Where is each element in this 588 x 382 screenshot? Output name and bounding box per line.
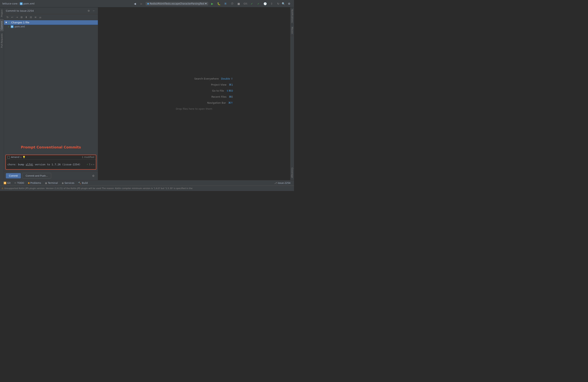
changes-header[interactable]: ▼ ✓ Changes 1 file [4, 20, 98, 25]
commit-text-input[interactable]: chore: bump slf4j version to 1.7.26 (iss… [6, 159, 96, 169]
status-tab-problems[interactable]: Problems [26, 180, 43, 186]
titlebar-left: lettuce-core / m pom.xml [2, 2, 132, 5]
file-name-label: pom.xml [15, 25, 25, 28]
commit-button[interactable]: Commit [6, 173, 21, 178]
git-status-icon: 🔀 [3, 182, 6, 184]
git-clock[interactable]: 🕐 [262, 1, 268, 6]
run-config-chevron: ▼ [205, 2, 207, 5]
status-tab-services[interactable]: ◉ Services [60, 180, 76, 186]
goto-file-label: Go to File [155, 89, 224, 92]
commit-settings-icon[interactable]: ⚙ [91, 173, 96, 178]
git-refresh[interactable]: ↻ [276, 1, 281, 6]
build-icon: 🔨 [78, 182, 81, 184]
changes-section: ▼ ✓ Changes 1 file ✓ m pom.xml [4, 20, 98, 141]
settings-gear-icon[interactable]: ⚙ [86, 9, 91, 13]
filter-icon[interactable]: ⚌ [38, 15, 42, 19]
status-tab-terminal[interactable]: ▣ Terminal [43, 180, 60, 186]
settings-button[interactable]: ⚙ [287, 1, 292, 6]
changes-chevron: ▼ [5, 21, 7, 23]
commit-panel-icons: ⚙ − [86, 9, 96, 13]
arrow-icon[interactable]: → [15, 15, 19, 19]
commit-counter: ✓ 1 ∧ ∨ [87, 163, 94, 166]
file-name: pom.xml [23, 2, 34, 5]
stop-button[interactable]: ■ [236, 1, 241, 6]
branch-label: issue-2254 [278, 182, 291, 184]
amend-info-icon: ℹ [21, 156, 21, 159]
run-button[interactable]: ▶ [210, 1, 215, 6]
file-check-icon: ✓ [8, 25, 10, 28]
file-list-item[interactable]: ✓ m pom.xml [4, 25, 98, 29]
download-icon[interactable]: ⬇ [24, 15, 28, 19]
chevron-down-icon[interactable]: ∨ [93, 163, 94, 166]
breadcrumb: lettuce-core / m pom.xml [2, 2, 34, 5]
status-tab-todo[interactable]: ✏ TODO [12, 180, 26, 186]
drop-files-row: Drop files here to open them [155, 107, 233, 110]
status-tab-build[interactable]: 🔨 Build [76, 180, 90, 186]
todo-label: TODO [17, 182, 24, 184]
amend-bar: Amend ℹ 💡 1 modified [6, 155, 96, 159]
problems-dot [28, 182, 30, 184]
stage-icon[interactable]: ⊞ [20, 15, 24, 19]
problems-label: Problems [30, 182, 41, 184]
commit-text-content: chore: bump slf4j version to 1.7.26 (iss… [7, 163, 87, 166]
search-button[interactable]: 🔍 [281, 1, 286, 6]
git-check1[interactable]: ✓ [249, 1, 254, 6]
search-everywhere-shortcut: Double ⇧ [221, 77, 233, 80]
git-status-label: Git [7, 182, 10, 184]
navbar-shortcut: ⌘↑ [228, 101, 233, 104]
notification-bar: ⚠ Unsupported Kotlin JPS plugin version:… [0, 186, 294, 191]
navbar-row: Navigation Bar ⌘↑ [155, 101, 233, 104]
sidebar-item-project[interactable]: Project [0, 7, 4, 19]
titlebar: lettuce-core / m pom.xml ◀ ▶ ● RedisURIU… [0, 0, 294, 7]
forward-button[interactable]: ▶ [139, 1, 144, 6]
git-label: Git: [244, 2, 248, 5]
counter-number: 1 [89, 163, 90, 166]
list-icon[interactable]: ≡ [33, 15, 38, 19]
profile-button[interactable]: ⏱ [230, 1, 235, 6]
branch-indicator[interactable]: ⎇ issue-2254 [272, 180, 293, 186]
drop-files-label: Drop files here to open them [155, 107, 233, 110]
back-button[interactable]: ◀ [132, 1, 137, 6]
debug-button[interactable]: 🐛 [216, 1, 221, 6]
git-arrow[interactable]: ⇧ [269, 1, 274, 6]
changes-label: Changes 1 file [11, 21, 29, 24]
chevron-up-icon[interactable]: ∧ [91, 163, 92, 166]
commit-panel: Commit to issue-2254 ⚙ − ↻ ↩ → ⊞ ⬇ ⊟ ≡ ⚌… [4, 7, 98, 180]
goto-file-row: Go to File ⇧⌘O [155, 89, 233, 92]
sidebar-item-notifications[interactable]: Notifications [290, 7, 294, 25]
search-everywhere-row: Search Everywhere Double ⇧ [155, 77, 233, 80]
navbar-label: Navigation Bar [155, 101, 226, 104]
commit-push-button[interactable]: Commit and Push... [22, 173, 51, 179]
refresh-icon[interactable]: ↻ [5, 15, 10, 19]
file-type-icon: m [11, 25, 13, 28]
project-name: lettuce-core [2, 2, 18, 5]
diff-icon[interactable]: ⊟ [29, 15, 33, 19]
git-check2[interactable]: ✓ [256, 1, 261, 6]
undo-icon[interactable]: ↩ [10, 15, 14, 19]
minimize-icon[interactable]: − [92, 9, 96, 13]
prompt-conventional-commits[interactable]: Prompt Conventional Commits [4, 141, 98, 153]
sidebar-item-coverage[interactable]: Coverage [290, 166, 294, 180]
changes-check-icon: ✓ [8, 21, 10, 24]
sidebar-item-maven[interactable]: Maven [290, 25, 294, 36]
right-vertical-tabs: Notifications Maven Coverage [290, 7, 294, 180]
amend-label: Amend [11, 156, 20, 159]
notification-icon: ⚠ [1, 187, 3, 190]
goto-file-shortcut: ⇧⌘O [226, 89, 233, 92]
sidebar-item-pullrequests[interactable]: Pull Requests [0, 31, 4, 50]
titlebar-center: ◀ ▶ ● RedisURIUnitTests.escapeCharacterP… [132, 1, 281, 6]
status-tab-git[interactable]: 🔀 Git [1, 180, 12, 186]
breadcrumb-file: m pom.xml [20, 2, 34, 5]
run-config-label: RedisURIUnitTests.escapeCharacterParsing… [150, 2, 204, 5]
modified-count: 1 modified [82, 156, 94, 159]
run-config[interactable]: ● RedisURIUnitTests.escapeCharacterParsi… [146, 2, 208, 5]
amend-bulb-icon: 💡 [22, 156, 25, 159]
sidebar-item-commit[interactable]: Commit [0, 19, 4, 31]
amend-checkbox[interactable] [7, 156, 10, 159]
coverage-button[interactable]: ⛨ [223, 1, 228, 6]
project-view-label: Project View [155, 83, 227, 86]
search-everywhere-label: Search Everywhere [155, 77, 219, 80]
project-view-row: Project View ⌘1 [155, 83, 233, 86]
branch-icon: ⎇ [274, 182, 277, 184]
terminal-label: Terminal [48, 182, 58, 184]
